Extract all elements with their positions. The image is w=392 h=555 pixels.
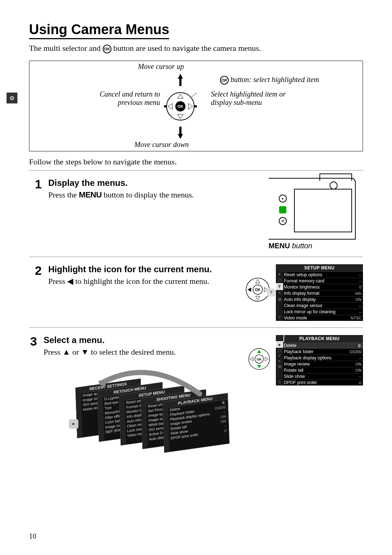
svg-rect-3 — [179, 127, 181, 135]
selector-up-label: Move cursor up — [138, 62, 184, 71]
menu-row: Delete🗑 — [276, 342, 363, 348]
menu-row: Info display formatinfo — [276, 290, 363, 296]
section-tab-icon: ⚙ — [7, 93, 17, 103]
menu-row: Reset setup options-- — [276, 272, 363, 278]
step-text: Press ▲ or ▼ to select the desired menu. — [44, 347, 240, 358]
menu-row: Playback folderD3200 — [276, 348, 363, 355]
intro-text: The multi selector and OK button are use… — [29, 44, 363, 53]
menu-row: Monitor brightness0 — [276, 284, 363, 290]
selector-right-label: Select highlighted item or display sub-m… — [211, 90, 305, 107]
menu-row: Video modeNTSC — [276, 315, 363, 321]
svg-text:OK: OK — [177, 104, 184, 109]
menu-row: Slide show-- — [276, 373, 363, 379]
menu-row: Playback display options-- — [276, 355, 363, 361]
menu-row: Clean image sensor-- — [276, 302, 363, 309]
menu-row: Lock mirror up for cleaning-- — [276, 309, 363, 315]
ok-icon: OK — [103, 45, 111, 53]
stack-card: PLAYBACK MENUDelete🗑Playback folderD3200… — [163, 393, 230, 453]
step-2: 2 Highlight the icon for the current men… — [29, 257, 363, 328]
camera-caption: MENU button — [269, 242, 363, 250]
step-number: 1 — [29, 178, 42, 190]
playback-menu-screenshot: PLAYBACK MENU Delete🗑Playback folderD320… — [276, 335, 363, 385]
selector-ok-label: OK button: select highlighted item — [220, 76, 336, 85]
selector-down-label: Move cursor down — [134, 140, 189, 149]
menu-row: Format memory card-- — [276, 278, 363, 284]
menu-row: Auto info displayON — [276, 296, 363, 302]
steps-list: 1 Display the menus. Press the MENU butt… — [29, 170, 363, 473]
menu-row: Image reviewON — [276, 361, 363, 367]
svg-text:OK: OK — [255, 288, 261, 292]
menu-row: DPOF print order⎙ — [276, 379, 363, 385]
menu-stack-illustration: RECENT SETTINGSImage qualityImage sizeIS… — [76, 372, 240, 466]
camera-illustration: ▸ ⊕ — [269, 178, 356, 240]
step-number: 3 — [29, 335, 37, 347]
step-title: Highlight the icon for the current menu. — [48, 264, 237, 274]
step-text: Press the MENU button to display the men… — [48, 189, 262, 200]
step-1: 1 Display the menus. Press the MENU butt… — [29, 171, 363, 257]
setup-menu-screenshot: SETUP MENU YReset setup options--Format … — [276, 264, 363, 321]
step-title: Select a menu. — [44, 335, 240, 345]
mini-selector-updown: OK — [246, 346, 272, 372]
multi-selector-diagram: Move cursor up Move cursor down Cancel a… — [29, 61, 363, 151]
step-number: 2 — [29, 264, 42, 277]
step-3: 3 Select a menu. Press ▲ or ▼ to select … — [29, 328, 363, 473]
ok-icon: OK — [220, 76, 229, 85]
svg-rect-1 — [179, 78, 181, 86]
svg-text:OK: OK — [257, 358, 262, 361]
selector-left-label: Cancel and return to previous menu — [80, 90, 160, 107]
page-heading: Using Camera Menus — [29, 22, 169, 39]
menu-row: Rotate tallON — [276, 367, 363, 373]
svg-marker-0 — [178, 74, 183, 79]
svg-marker-2 — [178, 134, 183, 139]
follow-text: Follow the steps below to navigate the m… — [29, 157, 363, 167]
page-number: 10 — [29, 532, 36, 540]
step-title: Display the menus. — [48, 178, 262, 188]
multi-selector-svg: OK — [164, 74, 197, 139]
step-text: Press ◀ to highlight the icon for the cu… — [48, 276, 237, 287]
